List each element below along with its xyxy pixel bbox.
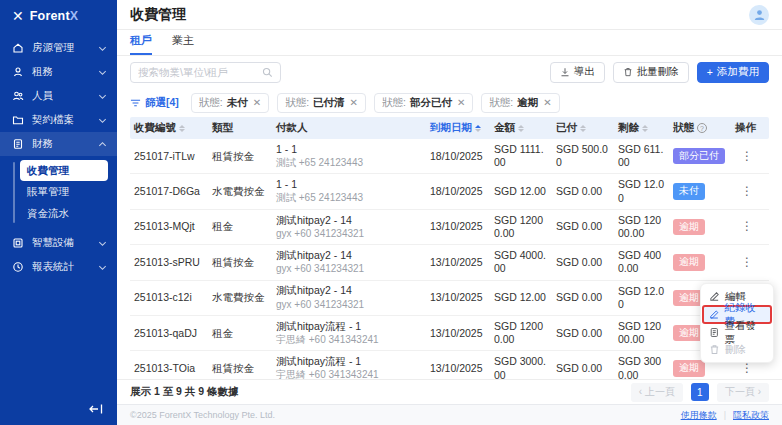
remaining-amount: SGD 12.00 (614, 285, 669, 311)
row-actions-button[interactable]: ⋮ (735, 184, 759, 198)
fees-table: 收費編號 類型 付款人 到期日期 金額 已付 剩餘 狀態? 操作 251017-… (117, 117, 782, 379)
amount: SGD 12.00 (490, 291, 552, 304)
app-root: ✕ ForentX 房源管理 租務 人員 契約檔案 (0, 0, 782, 425)
prev-page-button[interactable]: ‹ 上一頁 (631, 383, 683, 402)
sidebar-item-contracts[interactable]: 契約檔案 (0, 108, 117, 132)
column-header-due-date[interactable]: 到期日期 (426, 121, 490, 135)
sidebar-item-label: 租務 (32, 65, 92, 79)
main-content: 收費管理 租戶 業主 導出 批量刪除 (117, 0, 782, 425)
due-date: 13/10/2025 (426, 256, 490, 269)
copyright-text: ©2025 ForentX Technology Pte. Ltd. (130, 410, 275, 420)
chevron-down-icon (99, 91, 106, 98)
export-button[interactable]: 導出 (550, 62, 605, 83)
record-payment-icon (709, 309, 720, 320)
row-actions-button[interactable]: ⋮ (735, 255, 759, 269)
fee-type: 租賃按金 (208, 150, 272, 163)
tab-owner[interactable]: 業主 (172, 33, 194, 55)
add-fee-button[interactable]: + 添加費用 (697, 62, 769, 83)
filter-toggle[interactable]: 篩選[4] (130, 96, 179, 110)
page-number-button[interactable]: 1 (691, 383, 709, 401)
chip-close-icon[interactable]: ✕ (350, 97, 358, 108)
fee-id: 251013-sPRU (130, 256, 208, 269)
sort-icon (179, 125, 185, 132)
filter-chip: 狀態: 已付清 ✕ (277, 93, 366, 113)
people-icon (12, 90, 24, 102)
amount: SGD 1111.00 (490, 143, 552, 169)
user-avatar[interactable] (749, 5, 769, 25)
paid-amount: SGD 0.00 (552, 220, 614, 233)
filter-icon (130, 98, 141, 108)
sidebar-item-label: 財務 (32, 137, 92, 151)
payer-cell: 測试hitpay2 - 14gyx +60 341234321 (272, 249, 426, 276)
payer-cell: 測试hitpay流程 - 1宇思綺 +60 341343241 (272, 355, 426, 379)
sidebar-subitem-bill-management[interactable]: 賬單管理 (0, 181, 117, 203)
pagination-bar: 展示 1 至 9 共 9 條數據 ‹ 上一頁 1 下一頁 › (117, 379, 782, 404)
column-header-remaining[interactable]: 剩餘 (614, 121, 669, 135)
fee-type: 租金 (208, 220, 272, 233)
sidebar-item-smart-devices[interactable]: 智慧設備 (0, 231, 117, 255)
collapse-icon (89, 403, 103, 415)
sidebar-subitem-fee-management[interactable]: 收費管理 (20, 160, 108, 181)
chip-close-icon[interactable]: ✕ (543, 97, 551, 108)
sidebar-item-finance[interactable]: 財務 (0, 132, 117, 156)
payer-cell: 1 - 1測試 +65 24123443 (272, 178, 426, 205)
footer: ©2025 ForentX Technology Pte. Ltd. 使用條款 … (117, 404, 782, 425)
sidebar-item-label: 報表統計 (32, 260, 92, 274)
row-actions-button[interactable]: ⋮ (735, 149, 759, 163)
payer-cell: 1 - 1測試 +65 24123443 (272, 143, 426, 170)
chip-close-icon[interactable]: ✕ (457, 97, 465, 108)
sidebar-item-tenancy[interactable]: 租務 (0, 60, 117, 84)
due-date: 13/10/2025 (426, 362, 490, 375)
payer-cell: 測试hitpay2 - 14gyx +60 341234321 (272, 284, 426, 311)
search-icon[interactable] (262, 67, 273, 78)
filter-chip: 狀態: 部分已付 ✕ (374, 93, 473, 113)
due-date: 18/10/2025 (426, 185, 490, 198)
sidebar-subitem-fund-flow[interactable]: 資金流水 (0, 203, 117, 225)
due-date: 13/10/2025 (426, 291, 490, 304)
batch-delete-button[interactable]: 批量刪除 (613, 62, 689, 83)
invoice-icon (709, 327, 720, 338)
table-row: 251013-MQjt 租金 測试hitpay2 - 14gyx +60 341… (130, 210, 769, 245)
row-actions-button[interactable]: ⋮ (735, 361, 759, 375)
search-input[interactable] (138, 66, 258, 78)
column-header-fee-id[interactable]: 收費編號 (130, 121, 208, 135)
tab-tenant[interactable]: 租戶 (130, 33, 152, 55)
paid-amount: SGD 0.00 (552, 327, 614, 340)
trash-icon (709, 344, 720, 355)
person-icon (12, 66, 24, 78)
menu-item-view-invoice[interactable]: 查看發票 (701, 324, 773, 341)
paid-amount: SGD 0.00 (552, 185, 614, 198)
paid-amount: SGD 0.00 (552, 362, 614, 375)
fee-type: 租金 (208, 327, 272, 340)
info-icon[interactable]: ? (697, 123, 707, 133)
sort-icon (642, 125, 648, 132)
due-date: 13/10/2025 (426, 327, 490, 340)
remaining-amount: SGD 12.00 (614, 178, 669, 204)
chevron-down-icon (99, 115, 106, 122)
column-header-paid[interactable]: 已付 (552, 121, 614, 135)
status-badge: 逾期 (673, 254, 705, 271)
table-header-row: 收費編號 類型 付款人 到期日期 金額 已付 剩餘 狀態? 操作 (130, 117, 769, 139)
column-header-amount[interactable]: 金額 (490, 121, 552, 135)
amount: SGD 12000.00 (490, 320, 552, 346)
sidebar-item-reports[interactable]: 報表統計 (0, 255, 117, 279)
privacy-link[interactable]: 隱私政策 (733, 409, 769, 422)
due-date: 13/10/2025 (426, 220, 490, 233)
row-actions-button[interactable]: ⋮ (735, 219, 759, 233)
fee-id: 251013-MQjt (130, 220, 208, 233)
sidebar-item-properties[interactable]: 房源管理 (0, 36, 117, 60)
next-page-button[interactable]: 下一頁 › (717, 383, 769, 402)
chip-close-icon[interactable]: ✕ (253, 97, 261, 108)
top-bar: 收費管理 (117, 0, 782, 30)
table-row: 251013-qaDJ 租金 測试hitpay流程 - 1宇思綺 +60 341… (130, 316, 769, 351)
status-badge: 逾期 (673, 360, 705, 377)
tabs-bar: 租戶 業主 (117, 30, 782, 56)
sidebar-collapse-button[interactable] (87, 401, 105, 417)
trash-icon (623, 67, 633, 77)
fee-type: 租賃按金 (208, 362, 272, 375)
chevron-up-icon (99, 141, 106, 148)
sidebar-item-personnel[interactable]: 人員 (0, 84, 117, 108)
terms-link[interactable]: 使用條款 (681, 409, 717, 422)
edit-icon (709, 291, 720, 302)
remaining-amount: SGD 3000.00 (614, 355, 669, 379)
